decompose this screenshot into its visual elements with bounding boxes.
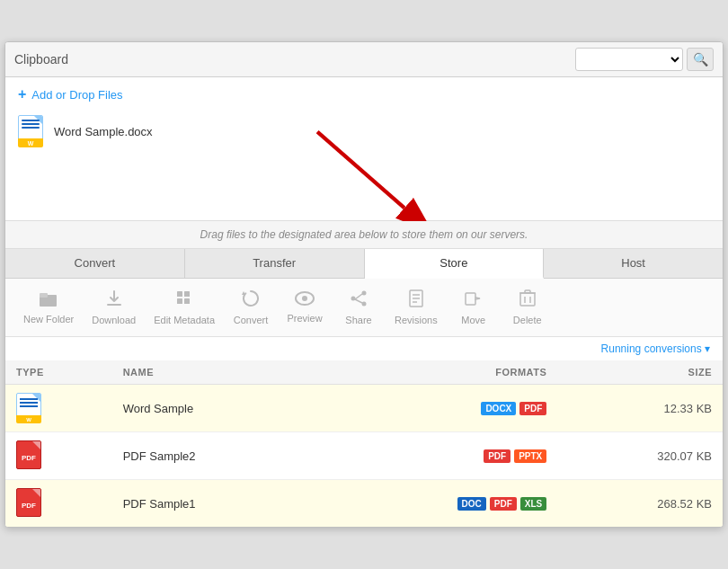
tab-convert[interactable]: Convert xyxy=(5,249,185,278)
word-icon: W xyxy=(16,393,43,423)
toolbar: New Folder Download Edit Metadata xyxy=(5,279,723,337)
tool-download-label: Download xyxy=(92,315,136,325)
tool-revisions[interactable]: Revisions xyxy=(386,286,447,329)
drag-hint: Drag files to the designated area below … xyxy=(5,221,723,249)
file-table: TYPE NAME FORMATS SIZE xyxy=(5,360,723,527)
format-badge-pptx: PPTX xyxy=(514,449,546,463)
tabs-bar: Convert Transfer Store Host xyxy=(5,249,723,279)
svg-rect-7 xyxy=(177,298,182,304)
format-badge-pdf: PDF xyxy=(490,497,517,511)
tool-preview[interactable]: Preview xyxy=(278,288,332,327)
svg-rect-3 xyxy=(40,293,48,298)
col-formats: FORMATS xyxy=(316,360,557,385)
tab-transfer[interactable]: Transfer xyxy=(185,249,365,278)
format-badge-pdf: PDF xyxy=(484,449,510,463)
type-cell: W xyxy=(5,385,112,432)
formats-cell: DOCX PDF xyxy=(316,385,557,432)
svg-rect-6 xyxy=(184,291,190,297)
tool-revisions-label: Revisions xyxy=(395,315,438,325)
edit-metadata-icon xyxy=(175,289,193,312)
svg-point-12 xyxy=(351,297,356,301)
download-icon xyxy=(106,289,122,312)
table-row[interactable]: PDF PDF Sample2 PDF PPTX 320.07 KB xyxy=(5,432,723,480)
new-folder-icon xyxy=(40,290,58,311)
size-cell: 320.07 KB xyxy=(557,432,723,480)
svg-rect-8 xyxy=(184,298,190,304)
add-drop-button[interactable]: + Add or Drop Files xyxy=(18,86,710,102)
format-badge-pdf: PDF xyxy=(519,402,546,415)
name-cell: PDF Sample1 xyxy=(112,480,316,528)
share-icon xyxy=(350,289,368,312)
tool-move-label: Move xyxy=(461,315,485,325)
size-cell: 268.52 KB xyxy=(557,480,723,528)
move-icon xyxy=(465,289,483,312)
tool-share[interactable]: Share xyxy=(332,286,386,329)
tool-new-folder[interactable]: New Folder xyxy=(14,287,83,328)
add-drop-label: Add or Drop Files xyxy=(31,88,122,102)
tool-move[interactable]: Move xyxy=(447,286,501,329)
col-size: SIZE xyxy=(557,360,723,385)
svg-rect-21 xyxy=(520,293,535,306)
svg-point-13 xyxy=(362,302,367,307)
revisions-icon xyxy=(408,289,424,312)
header: Clipboard 🔍 xyxy=(5,42,723,77)
tool-download[interactable]: Download xyxy=(83,286,145,329)
header-dropdown[interactable] xyxy=(575,48,683,71)
tool-preview-label: Preview xyxy=(287,313,322,324)
word-file-icon: W xyxy=(18,115,47,147)
formats-cell: PDF PPTX xyxy=(316,432,557,480)
svg-point-11 xyxy=(362,291,367,296)
formats-cell: DOC PDF XLS xyxy=(316,480,557,528)
svg-rect-5 xyxy=(177,291,182,297)
tool-edit-metadata-label: Edit Metadata xyxy=(154,315,215,325)
tab-host[interactable]: Host xyxy=(544,249,723,278)
clipboard-wrapper: + Add or Drop Files W xyxy=(5,77,723,221)
tool-share-label: Share xyxy=(345,315,371,325)
type-cell: PDF xyxy=(5,480,112,528)
svg-rect-4 xyxy=(107,304,121,306)
search-icon: 🔍 xyxy=(693,52,708,67)
name-cell: Word Sample xyxy=(112,385,316,432)
tool-edit-metadata[interactable]: Edit Metadata xyxy=(145,286,224,329)
svg-line-15 xyxy=(355,299,362,303)
convert-icon xyxy=(242,289,260,312)
format-badge-doc: DOC xyxy=(457,497,486,511)
pdf-icon: PDF xyxy=(16,488,43,519)
name-cell: PDF Sample2 xyxy=(112,432,316,480)
table-row[interactable]: PDF PDF Sample1 DOC PDF XLS 268.52 KB xyxy=(5,480,723,528)
tab-store[interactable]: Store xyxy=(365,249,545,279)
plus-icon: + xyxy=(18,86,26,102)
pdf-icon: PDF xyxy=(16,440,43,471)
format-badge-docx: DOCX xyxy=(481,402,516,415)
tool-delete[interactable]: Delete xyxy=(501,286,555,329)
table-row[interactable]: W Word Sample DOCX PDF 12.33 KB xyxy=(5,385,723,432)
tool-new-folder-label: New Folder xyxy=(23,314,74,325)
size-cell: 12.33 KB xyxy=(557,385,723,432)
clipboard-file-name: Word Sample.docx xyxy=(54,125,153,138)
clipboard-file-item: W Word Sample.docx xyxy=(18,111,710,151)
clipboard-area: + Add or Drop Files W xyxy=(5,77,723,221)
header-title: Clipboard xyxy=(14,52,68,67)
preview-icon xyxy=(295,291,315,310)
tool-delete-label: Delete xyxy=(513,315,542,325)
running-conversions[interactable]: Running conversions ▾ xyxy=(5,337,723,360)
col-name: NAME xyxy=(112,360,316,385)
type-cell: PDF xyxy=(5,432,112,480)
tool-convert-label: Convert xyxy=(234,315,269,325)
svg-point-10 xyxy=(302,296,307,301)
svg-line-14 xyxy=(355,294,362,299)
tool-convert[interactable]: Convert xyxy=(224,286,278,329)
format-badge-xls: XLS xyxy=(520,497,546,511)
search-button[interactable]: 🔍 xyxy=(687,48,714,71)
delete-icon xyxy=(519,289,536,312)
col-type: TYPE xyxy=(5,360,112,385)
svg-rect-23 xyxy=(525,290,530,293)
svg-rect-20 xyxy=(466,293,475,305)
app-window: Clipboard 🔍 + Add or Drop Files xyxy=(4,41,724,528)
